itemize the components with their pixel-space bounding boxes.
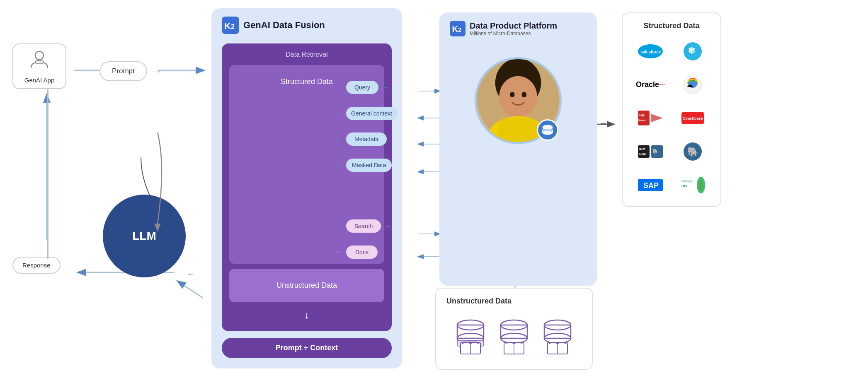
avatar-container <box>475 57 562 144</box>
svg-rect-46 <box>544 325 571 338</box>
data-retrieval-label: Data Retrieval <box>229 51 384 58</box>
docs-label: Docs <box>355 249 369 255</box>
snowflake-logo: ❄ <box>678 43 707 60</box>
arrows-overlay <box>0 0 868 378</box>
svg-text:IBM: IBM <box>639 147 645 151</box>
prompt-context-label: Prompt + Context <box>276 344 338 352</box>
genai-app-box: GenAI App <box>12 43 66 89</box>
llm-label: LLM <box>132 229 156 243</box>
metadata-pill: Metadata <box>346 132 387 146</box>
svg-rect-60 <box>638 111 650 125</box>
svg-text:ORACLE: ORACLE <box>659 84 665 86</box>
structured-right-title: Structured Data <box>633 22 710 30</box>
db-badge-icon <box>541 124 554 136</box>
svg-text:2: 2 <box>458 26 461 33</box>
search-arrow-right: → <box>384 222 391 231</box>
db-badge <box>537 119 558 141</box>
svg-point-25 <box>499 76 537 117</box>
docs-arrow: ← <box>335 248 342 257</box>
unstructured-data-inner: Unstructured Data <box>229 269 384 302</box>
response-section: Response <box>12 257 61 274</box>
svg-text:salesforce: salesforce <box>640 50 661 54</box>
prompt-section: Prompt → <box>99 61 147 81</box>
svg-text:2: 2 <box>231 23 235 30</box>
sqlserver-logo: SQL Server <box>636 110 665 126</box>
prompt-box: Prompt <box>99 61 147 81</box>
postgres-logo: 🐘 <box>678 143 707 160</box>
fusion-header: K 2 GenAI Data Fusion <box>222 17 392 36</box>
platform-title: Data Product Platform <box>470 21 557 31</box>
general-context-arrow: ← <box>335 109 342 118</box>
svg-text:K: K <box>452 24 458 34</box>
svg-text:☁: ☁ <box>687 82 693 88</box>
response-box: Response <box>12 257 61 274</box>
k2-logo-fusion: K 2 <box>222 17 239 34</box>
structured-data-label: Structured Data <box>281 77 333 86</box>
fusion-panel: K 2 GenAI Data Fusion Data Retrieval Str… <box>211 8 402 368</box>
search-label: Search <box>354 223 373 229</box>
left-arrow-icon: ↔ <box>599 118 608 129</box>
docs-pill: Docs <box>346 246 378 259</box>
person-icon <box>29 49 50 73</box>
masked-data-pill-wrapper: ← Masked Data <box>346 159 392 172</box>
svg-text:❄: ❄ <box>688 46 695 56</box>
metadata-pill-wrapper: ← Metadata <box>346 132 387 146</box>
svg-marker-63 <box>651 114 663 122</box>
svg-text:SAP: SAP <box>643 181 659 190</box>
search-pill-wrapper: Search → <box>346 219 381 233</box>
query-pill: Query <box>346 81 378 94</box>
unstructured-panel-title: Unstructured Data <box>446 297 582 306</box>
search-pill: Search <box>346 219 381 233</box>
prompt-arrow-right: → <box>153 67 162 76</box>
vendor-grid: salesforce ❄ Oracle ORACLE <box>633 39 710 198</box>
structured-right-panel: Structured Data salesforce ❄ Oracle <box>622 12 721 207</box>
svg-text:Server: Server <box>638 119 646 121</box>
general-context-pill-wrapper: ← General context <box>346 107 397 120</box>
fusion-title: GenAI Data Fusion <box>243 20 325 31</box>
metadata-label: Metadata <box>354 136 378 142</box>
platform-subtitle: Millions of Micro-Databases <box>470 31 557 36</box>
db-book-icon-3 <box>541 318 574 355</box>
svg-point-28 <box>510 92 514 97</box>
svg-point-29 <box>522 92 526 97</box>
double-arrow-section: ↔ <box>599 118 608 129</box>
general-context-pill: General context <box>346 107 397 120</box>
platform-panel: K 2 Data Product Platform Millions of Mi… <box>439 12 597 286</box>
prompt-context-arrow-left: ← <box>187 269 195 279</box>
left-vertical-line <box>47 89 48 259</box>
response-label: Response <box>22 262 51 269</box>
diagram-container: GenAI App Response Prompt → LLM K 2 GenA… <box>0 0 868 378</box>
couchbase-logo: Couchbase <box>678 110 707 126</box>
svg-text:DB2: DB2 <box>639 152 646 156</box>
svg-text:Couchbase: Couchbase <box>683 116 703 120</box>
sap-logo: SAP <box>636 177 665 193</box>
svg-rect-42 <box>501 325 527 338</box>
svg-rect-15 <box>35 60 44 64</box>
svg-text:🐘: 🐘 <box>687 146 699 157</box>
genai-app-section: GenAI App <box>12 43 66 89</box>
gcp-logo: ☁ <box>678 77 707 93</box>
svg-point-78 <box>699 179 703 191</box>
ibmdb2-logo: IBM DB2 🐘 <box>636 143 665 160</box>
masked-data-pill: Masked Data <box>346 159 392 172</box>
unstructured-data-panel: Unstructured Data <box>435 288 593 370</box>
query-pill-wrapper: Query → <box>346 81 378 94</box>
svg-rect-37 <box>457 325 484 338</box>
svg-line-4 <box>178 282 203 298</box>
mongodb-logo: mongo DB <box>678 177 707 193</box>
query-arrow: → <box>381 83 389 92</box>
genai-app-label: GenAI App <box>24 77 55 84</box>
platform-title-group: Data Product Platform Millions of Micro-… <box>470 21 557 36</box>
svg-text:mongo: mongo <box>681 179 693 183</box>
down-arrow-retrieval: ↓ <box>229 307 384 323</box>
svg-text:SQL: SQL <box>639 113 645 117</box>
k2-logo-platform: K 2 <box>450 21 466 36</box>
svg-text:K: K <box>224 21 231 31</box>
oracle-logo: Oracle ORACLE <box>636 77 665 93</box>
platform-header: K 2 Data Product Platform Millions of Mi… <box>450 21 587 36</box>
svg-text:DB: DB <box>681 184 687 188</box>
prompt-context-box: Prompt + Context <box>222 338 392 358</box>
svg-text:🐘: 🐘 <box>652 148 658 154</box>
docs-pill-wrapper: ← Docs <box>346 246 378 259</box>
svg-point-32 <box>543 131 553 135</box>
